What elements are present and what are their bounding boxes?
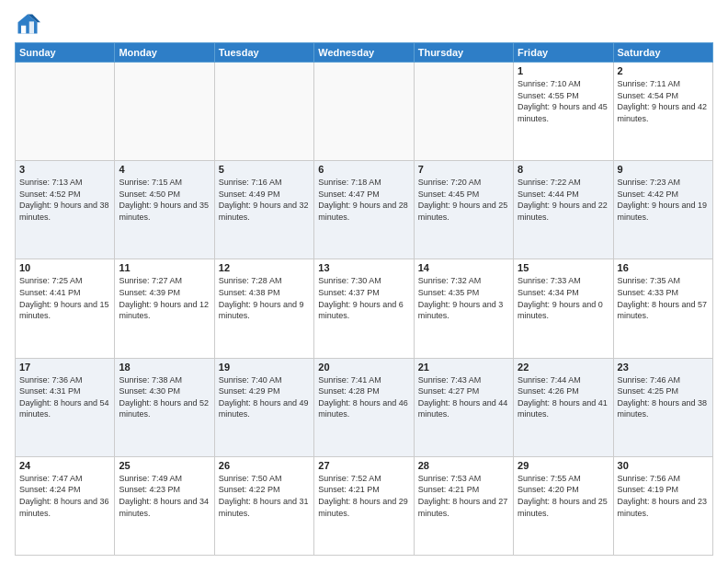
day-number: 20 (318, 362, 409, 373)
calendar-day-cell (414, 63, 513, 161)
calendar-day-cell: 26Sunrise: 7:50 AM Sunset: 4:22 PM Dayli… (214, 456, 313, 555)
day-info: Sunrise: 7:11 AM Sunset: 4:54 PM Dayligh… (618, 78, 709, 124)
day-number: 3 (19, 164, 110, 175)
day-info: Sunrise: 7:27 AM Sunset: 4:39 PM Dayligh… (119, 275, 210, 321)
calendar-table: SundayMondayTuesdayWednesdayThursdayFrid… (15, 42, 713, 556)
day-info: Sunrise: 7:20 AM Sunset: 4:45 PM Dayligh… (418, 177, 509, 223)
calendar-day-cell: 1Sunrise: 7:10 AM Sunset: 4:55 PM Daylig… (514, 63, 613, 161)
day-number: 4 (119, 164, 210, 175)
calendar-day-cell: 19Sunrise: 7:40 AM Sunset: 4:29 PM Dayli… (214, 358, 313, 456)
day-info: Sunrise: 7:56 AM Sunset: 4:19 PM Dayligh… (618, 473, 709, 519)
calendar-day-cell: 23Sunrise: 7:46 AM Sunset: 4:25 PM Dayli… (613, 358, 712, 456)
day-info: Sunrise: 7:16 AM Sunset: 4:49 PM Dayligh… (219, 177, 310, 223)
calendar-day-cell: 7Sunrise: 7:20 AM Sunset: 4:45 PM Daylig… (414, 161, 513, 259)
calendar-day-cell: 13Sunrise: 7:30 AM Sunset: 4:37 PM Dayli… (314, 259, 414, 358)
day-info: Sunrise: 7:22 AM Sunset: 4:44 PM Dayligh… (518, 177, 609, 223)
calendar-week-row: 3Sunrise: 7:13 AM Sunset: 4:52 PM Daylig… (16, 161, 713, 259)
day-number: 8 (518, 164, 609, 175)
calendar-week-row: 24Sunrise: 7:47 AM Sunset: 4:24 PM Dayli… (16, 456, 713, 555)
day-info: Sunrise: 7:15 AM Sunset: 4:50 PM Dayligh… (119, 177, 210, 223)
day-info: Sunrise: 7:36 AM Sunset: 4:31 PM Dayligh… (19, 374, 110, 420)
calendar-day-cell: 17Sunrise: 7:36 AM Sunset: 4:31 PM Dayli… (16, 358, 115, 456)
calendar-day-cell: 10Sunrise: 7:25 AM Sunset: 4:41 PM Dayli… (16, 259, 115, 358)
calendar-day-cell: 20Sunrise: 7:41 AM Sunset: 4:28 PM Dayli… (314, 358, 414, 456)
calendar-day-cell (16, 63, 115, 161)
day-number: 10 (19, 262, 110, 273)
calendar-day-cell: 4Sunrise: 7:15 AM Sunset: 4:50 PM Daylig… (115, 161, 214, 259)
calendar-day-cell: 21Sunrise: 7:43 AM Sunset: 4:27 PM Dayli… (414, 358, 513, 456)
day-number: 28 (418, 460, 509, 471)
calendar-day-cell (314, 63, 414, 161)
day-info: Sunrise: 7:25 AM Sunset: 4:41 PM Dayligh… (19, 275, 110, 321)
day-number: 17 (19, 362, 110, 373)
day-number: 7 (418, 164, 509, 175)
day-number: 16 (618, 262, 709, 273)
calendar-day-cell: 5Sunrise: 7:16 AM Sunset: 4:49 PM Daylig… (214, 161, 313, 259)
day-number: 26 (219, 460, 310, 471)
weekday-header: Sunday (16, 43, 115, 63)
day-number: 5 (219, 164, 310, 175)
calendar-day-cell: 2Sunrise: 7:11 AM Sunset: 4:54 PM Daylig… (613, 63, 712, 161)
calendar-day-cell: 18Sunrise: 7:38 AM Sunset: 4:30 PM Dayli… (115, 358, 214, 456)
day-info: Sunrise: 7:10 AM Sunset: 4:55 PM Dayligh… (518, 78, 609, 124)
weekday-header: Thursday (414, 43, 513, 63)
day-info: Sunrise: 7:43 AM Sunset: 4:27 PM Dayligh… (418, 374, 509, 420)
calendar-day-cell: 12Sunrise: 7:28 AM Sunset: 4:38 PM Dayli… (214, 259, 313, 358)
calendar-day-cell: 15Sunrise: 7:33 AM Sunset: 4:34 PM Dayli… (514, 259, 613, 358)
weekday-header: Tuesday (214, 43, 313, 63)
day-number: 2 (618, 65, 709, 76)
day-number: 14 (418, 262, 509, 273)
day-info: Sunrise: 7:33 AM Sunset: 4:34 PM Dayligh… (518, 275, 609, 321)
day-number: 19 (219, 362, 310, 373)
weekday-header: Friday (514, 43, 613, 63)
calendar-day-cell: 30Sunrise: 7:56 AM Sunset: 4:19 PM Dayli… (613, 456, 712, 555)
calendar-day-cell: 25Sunrise: 7:49 AM Sunset: 4:23 PM Dayli… (115, 456, 214, 555)
header (15, 11, 713, 37)
calendar-day-cell: 29Sunrise: 7:55 AM Sunset: 4:20 PM Dayli… (514, 456, 613, 555)
day-info: Sunrise: 7:35 AM Sunset: 4:33 PM Dayligh… (618, 275, 709, 321)
svg-rect-2 (21, 26, 26, 34)
calendar-day-cell (115, 63, 214, 161)
logo (15, 11, 44, 37)
day-number: 27 (318, 460, 409, 471)
day-number: 21 (418, 362, 509, 373)
calendar-body: 1Sunrise: 7:10 AM Sunset: 4:55 PM Daylig… (16, 63, 713, 556)
weekday-header: Monday (115, 43, 214, 63)
day-number: 15 (518, 262, 609, 273)
day-info: Sunrise: 7:23 AM Sunset: 4:42 PM Dayligh… (618, 177, 709, 223)
day-number: 22 (518, 362, 609, 373)
calendar-day-cell: 24Sunrise: 7:47 AM Sunset: 4:24 PM Dayli… (16, 456, 115, 555)
calendar-day-cell: 27Sunrise: 7:52 AM Sunset: 4:21 PM Dayli… (314, 456, 414, 555)
day-info: Sunrise: 7:52 AM Sunset: 4:21 PM Dayligh… (318, 473, 409, 519)
day-info: Sunrise: 7:40 AM Sunset: 4:29 PM Dayligh… (219, 374, 310, 420)
day-info: Sunrise: 7:46 AM Sunset: 4:25 PM Dayligh… (618, 374, 709, 420)
day-info: Sunrise: 7:47 AM Sunset: 4:24 PM Dayligh… (19, 473, 110, 519)
day-number: 6 (318, 164, 409, 175)
calendar-header-row: SundayMondayTuesdayWednesdayThursdayFrid… (16, 43, 713, 63)
calendar-day-cell: 8Sunrise: 7:22 AM Sunset: 4:44 PM Daylig… (514, 161, 613, 259)
day-info: Sunrise: 7:50 AM Sunset: 4:22 PM Dayligh… (219, 473, 310, 519)
day-info: Sunrise: 7:18 AM Sunset: 4:47 PM Dayligh… (318, 177, 409, 223)
day-info: Sunrise: 7:28 AM Sunset: 4:38 PM Dayligh… (219, 275, 310, 321)
day-number: 18 (119, 362, 210, 373)
day-number: 12 (219, 262, 310, 273)
calendar-day-cell (214, 63, 313, 161)
calendar-day-cell: 3Sunrise: 7:13 AM Sunset: 4:52 PM Daylig… (16, 161, 115, 259)
day-info: Sunrise: 7:41 AM Sunset: 4:28 PM Dayligh… (318, 374, 409, 420)
calendar-day-cell: 16Sunrise: 7:35 AM Sunset: 4:33 PM Dayli… (613, 259, 712, 358)
calendar-day-cell: 28Sunrise: 7:53 AM Sunset: 4:21 PM Dayli… (414, 456, 513, 555)
day-number: 11 (119, 262, 210, 273)
day-info: Sunrise: 7:13 AM Sunset: 4:52 PM Dayligh… (19, 177, 110, 223)
calendar-week-row: 17Sunrise: 7:36 AM Sunset: 4:31 PM Dayli… (16, 358, 713, 456)
day-number: 9 (618, 164, 709, 175)
day-info: Sunrise: 7:32 AM Sunset: 4:35 PM Dayligh… (418, 275, 509, 321)
calendar-day-cell: 6Sunrise: 7:18 AM Sunset: 4:47 PM Daylig… (314, 161, 414, 259)
weekday-header: Wednesday (314, 43, 414, 63)
day-number: 25 (119, 460, 210, 471)
day-info: Sunrise: 7:44 AM Sunset: 4:26 PM Dayligh… (518, 374, 609, 420)
day-info: Sunrise: 7:55 AM Sunset: 4:20 PM Dayligh… (518, 473, 609, 519)
day-number: 30 (618, 460, 709, 471)
day-info: Sunrise: 7:30 AM Sunset: 4:37 PM Dayligh… (318, 275, 409, 321)
page: SundayMondayTuesdayWednesdayThursdayFrid… (0, 0, 728, 563)
day-info: Sunrise: 7:53 AM Sunset: 4:21 PM Dayligh… (418, 473, 509, 519)
